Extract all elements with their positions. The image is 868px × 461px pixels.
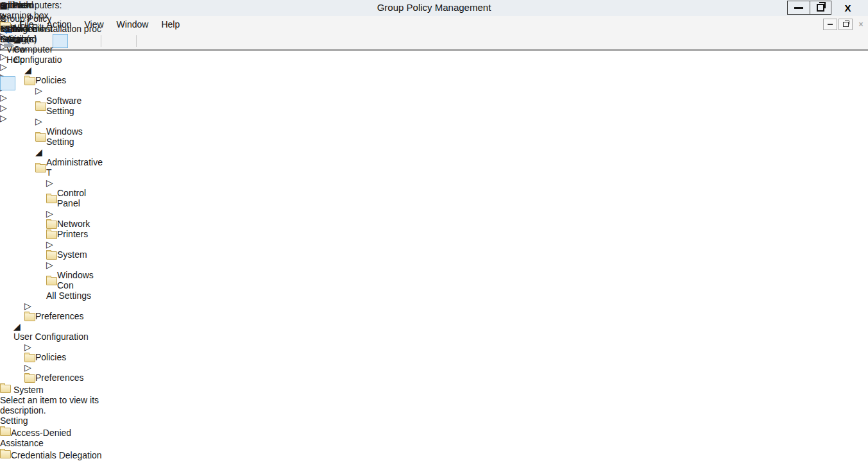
tree-item-label: All Settings xyxy=(46,290,91,301)
expander-closed-icon[interactable]: ▷ xyxy=(46,178,53,188)
settings-column-header[interactable]: Setting xyxy=(0,415,103,426)
child-window-buttons: × xyxy=(823,18,868,31)
main-toolbar xyxy=(0,32,868,49)
expander-open-icon[interactable]: ◢ xyxy=(35,147,42,157)
minimize-icon xyxy=(794,7,803,9)
settings-column-label: Setting xyxy=(0,415,28,426)
expander-closed-icon[interactable]: ▷ xyxy=(46,239,53,249)
tree-item-label: Preferences xyxy=(35,373,83,383)
tree-item-windows-setting[interactable]: ▷Windows Setting xyxy=(0,116,103,147)
child-restore-button[interactable] xyxy=(838,19,853,30)
tree-item-windows-con[interactable]: ▷Windows Con xyxy=(0,260,103,290)
menu-window[interactable]: Window xyxy=(110,19,155,29)
tree-item-label: Network xyxy=(57,219,90,229)
minimize-button[interactable] xyxy=(787,1,810,15)
tree-item-label: Control Panel xyxy=(57,188,103,208)
folder-icon xyxy=(0,450,11,458)
refresh-button[interactable] xyxy=(119,34,134,48)
tree-item-administrative-t[interactable]: ◢Administrative T xyxy=(0,147,103,178)
expander-closed-icon[interactable]: ▷ xyxy=(24,362,31,373)
folder-icon xyxy=(46,195,57,203)
toolbar-separator xyxy=(136,35,137,47)
gpme-content: software installation proc◢Computer Conf… xyxy=(0,24,103,461)
tree-item-system[interactable]: ▷System xyxy=(0,239,103,260)
expander-closed-icon[interactable]: ▷ xyxy=(35,85,42,96)
selected-tree-item: System xyxy=(46,249,103,260)
expander-closed-icon[interactable]: ▷ xyxy=(46,260,53,270)
folder-icon xyxy=(46,277,57,285)
expander-closed-icon[interactable]: ▷ xyxy=(46,208,53,219)
tree-item-printers[interactable]: Printers xyxy=(0,229,103,239)
restore-icon xyxy=(817,4,824,12)
tree-item-label: User Configuration xyxy=(13,331,89,342)
tree-item-label: Software Setting xyxy=(46,96,103,116)
expander-closed-icon[interactable]: ▷ xyxy=(24,342,31,352)
show-window-button[interactable] xyxy=(154,34,169,48)
folder-icon xyxy=(35,133,46,142)
results-header-title: System xyxy=(13,385,44,395)
screen: Group Policy Management X File Action Vi… xyxy=(0,0,868,461)
main-menubar: File Action View Window Help xyxy=(0,16,868,32)
child-minimize-icon xyxy=(828,24,833,25)
folder-icon xyxy=(0,428,11,436)
tree-item-all-settings[interactable]: All Settings xyxy=(0,290,103,301)
child-close-button[interactable]: × xyxy=(854,19,868,30)
close-icon: X xyxy=(844,3,851,13)
console-tree-pane: software installation proc◢Computer Conf… xyxy=(0,24,103,383)
toolbar-divider xyxy=(0,49,868,51)
tree-item-preferences[interactable]: ▷Preferences xyxy=(0,301,103,321)
main-titlebar: Group Policy Management xyxy=(0,0,868,16)
setting-label: Credentials Delegation xyxy=(11,450,102,460)
tree-item-label: Printers xyxy=(57,229,88,239)
expander-open-icon[interactable]: ◢ xyxy=(13,321,21,331)
tree-item-label: System xyxy=(57,249,87,260)
tree-item-label: Preferences xyxy=(35,311,83,321)
restore-button[interactable] xyxy=(810,1,831,15)
menu-help[interactable]: Help xyxy=(155,19,186,29)
delete-button[interactable] xyxy=(103,34,119,48)
folder-icon xyxy=(24,354,35,362)
tree-item-label: Policies xyxy=(35,352,66,362)
main-window-title: Group Policy Management xyxy=(0,2,868,13)
tree-item-label: Windows Setting xyxy=(46,126,103,147)
tree-item-network[interactable]: ▷Network xyxy=(0,208,103,229)
results-pane: System Select an item to view its descri… xyxy=(0,383,103,461)
folder-icon xyxy=(24,374,35,383)
folder-icon xyxy=(24,313,35,321)
folder-icon xyxy=(46,221,57,229)
setting-row[interactable]: Access-Denied Assistance xyxy=(0,426,103,448)
results-header-band: System xyxy=(0,383,103,395)
folder-icon xyxy=(46,231,57,239)
description-text: Select an item to view its description. xyxy=(0,395,103,415)
gpme-status-text: 16 setting(s) xyxy=(0,24,37,44)
tree-item-label: Windows Con xyxy=(57,270,103,290)
close-button[interactable]: X xyxy=(831,1,865,15)
setting-row[interactable]: Credentials Delegation xyxy=(0,448,103,460)
tree-item-software-setting[interactable]: ▷Software Setting xyxy=(0,85,103,116)
tree-item-preferences[interactable]: ▷Preferences xyxy=(0,362,103,383)
expander-closed-icon[interactable]: ▷ xyxy=(35,116,42,126)
tree-item-label: Policies xyxy=(35,75,66,85)
expander-closed-icon[interactable]: ▷ xyxy=(24,301,31,311)
tree-item-user-configuration[interactable]: ◢User Configuration xyxy=(0,321,103,342)
tree-item-policies[interactable]: ◢Policies xyxy=(0,65,103,85)
tree-item-label: Administrative T xyxy=(46,157,103,178)
gpme-statusbar: 16 setting(s) xyxy=(0,24,37,44)
child-restore-icon xyxy=(843,22,849,27)
tree-item-policies[interactable]: ▷Policies xyxy=(0,342,103,362)
folder-icon xyxy=(35,164,46,172)
settings-list: Setting Access-Denied AssistanceCredenti… xyxy=(0,415,103,461)
help-button[interactable] xyxy=(139,34,154,48)
folder-icon xyxy=(24,77,35,85)
child-minimize-button[interactable] xyxy=(823,19,837,30)
folder-icon xyxy=(46,251,57,260)
tree-item-control-panel[interactable]: ▷Control Panel xyxy=(0,178,103,208)
tree-item-label: Computer Configuratio xyxy=(13,44,103,65)
gpme-window: Group Policy Management Editor X File Ac… xyxy=(0,0,9,24)
folder-icon xyxy=(0,385,11,393)
folder-icon xyxy=(35,103,46,111)
expander-open-icon[interactable]: ◢ xyxy=(24,65,31,75)
